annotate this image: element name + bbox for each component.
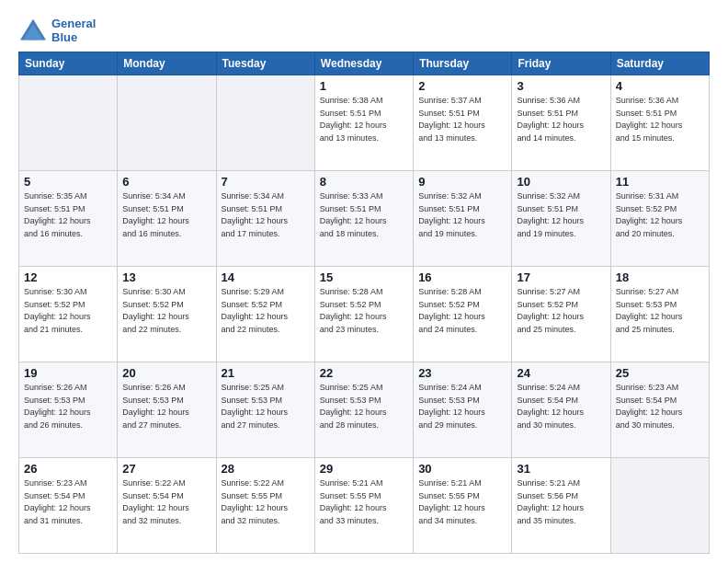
day-info-line: and 24 minutes. [418,324,506,337]
day-info-line: Daylight: 12 hours [517,311,605,324]
calendar-day-10: 10Sunrise: 5:32 AMSunset: 5:51 PMDayligh… [512,171,610,267]
day-info-line: Sunrise: 5:30 AM [122,286,210,299]
day-info: Sunrise: 5:25 AMSunset: 5:53 PMDaylight:… [320,382,408,431]
day-info-line: Sunrise: 5:36 AM [616,95,704,108]
day-info-line: and 15 minutes. [616,132,704,145]
day-info: Sunrise: 5:23 AMSunset: 5:54 PMDaylight:… [24,477,112,527]
day-info-line: Daylight: 12 hours [320,311,408,324]
calendar-day-25: 25Sunrise: 5:23 AMSunset: 5:54 PMDayligh… [610,362,709,458]
day-info-line: Sunrise: 5:21 AM [320,477,408,490]
calendar-day-9: 9Sunrise: 5:32 AMSunset: 5:51 PMDaylight… [414,171,512,267]
calendar-week-row: 26Sunrise: 5:23 AMSunset: 5:54 PMDayligh… [19,458,710,554]
day-info-line: Daylight: 12 hours [517,120,605,132]
day-info-line: and 17 minutes. [222,228,310,241]
day-info-line: Sunrise: 5:21 AM [517,477,605,490]
day-info-line: Sunrise: 5:32 AM [418,190,506,203]
day-info: Sunrise: 5:29 AMSunset: 5:52 PMDaylight:… [222,286,310,336]
day-info-line: Daylight: 12 hours [222,502,310,515]
day-info-line: Sunset: 5:55 PM [418,490,506,503]
day-info-line: Sunset: 5:54 PM [616,395,704,408]
day-info-line: and 25 minutes. [616,324,704,337]
day-number: 19 [24,366,112,380]
day-info-line: and 34 minutes. [418,515,506,528]
day-number: 23 [418,366,506,380]
day-info-line: Sunrise: 5:38 AM [320,95,408,108]
day-info-line: Sunrise: 5:33 AM [320,190,408,203]
day-info-line: Daylight: 12 hours [517,407,605,419]
day-info-line: and 33 minutes. [320,515,408,528]
day-info: Sunrise: 5:27 AMSunset: 5:52 PMDaylight:… [517,286,605,336]
day-info-line: and 23 minutes. [320,324,408,337]
page: General Blue SundayMondayTuesdayWednesda… [0,0,728,563]
day-info: Sunrise: 5:27 AMSunset: 5:53 PMDaylight:… [616,286,704,336]
day-number: 28 [222,462,310,476]
day-info-line: Sunset: 5:53 PM [24,395,112,408]
day-info-line: Sunset: 5:56 PM [517,490,605,503]
day-number: 16 [418,270,506,284]
calendar-day-8: 8Sunrise: 5:33 AMSunset: 5:51 PMDaylight… [314,171,413,267]
calendar-day-14: 14Sunrise: 5:29 AMSunset: 5:52 PMDayligh… [216,267,314,362]
calendar-day-21: 21Sunrise: 5:25 AMSunset: 5:53 PMDayligh… [216,362,314,458]
day-info-line: and 20 minutes. [616,228,704,241]
day-info-line: and 32 minutes. [122,515,210,528]
day-info: Sunrise: 5:30 AMSunset: 5:52 PMDaylight:… [24,286,112,336]
day-info-line: Sunrise: 5:35 AM [24,190,112,203]
calendar-day-27: 27Sunrise: 5:22 AMSunset: 5:54 PMDayligh… [118,458,216,554]
day-info-line: Sunset: 5:55 PM [222,490,310,503]
day-number: 7 [222,175,310,189]
weekday-header-tuesday: Tuesday [216,52,314,75]
day-info-line: Daylight: 12 hours [320,502,408,515]
day-info-line: and 30 minutes. [517,419,605,432]
day-number: 21 [222,366,310,380]
day-info-line: Sunrise: 5:34 AM [222,190,310,203]
day-info: Sunrise: 5:35 AMSunset: 5:51 PMDaylight:… [24,190,112,240]
day-number: 8 [320,175,408,189]
weekday-header-sunday: Sunday [19,52,118,75]
calendar-day-13: 13Sunrise: 5:30 AMSunset: 5:52 PMDayligh… [118,267,216,362]
day-number: 14 [222,270,310,284]
calendar-day-empty [610,458,709,554]
day-number: 9 [418,175,506,189]
day-info-line: Sunrise: 5:28 AM [418,286,506,299]
day-info-line: Sunset: 5:52 PM [616,203,704,216]
day-info-line: and 13 minutes. [320,132,408,145]
day-info-line: and 27 minutes. [122,419,210,432]
calendar-day-12: 12Sunrise: 5:30 AMSunset: 5:52 PMDayligh… [19,267,118,362]
calendar-day-24: 24Sunrise: 5:24 AMSunset: 5:54 PMDayligh… [512,362,610,458]
day-info-line: Sunrise: 5:30 AM [24,286,112,299]
calendar-day-4: 4Sunrise: 5:36 AMSunset: 5:51 PMDaylight… [610,75,709,171]
day-info: Sunrise: 5:24 AMSunset: 5:54 PMDaylight:… [517,382,605,431]
day-info-line: Daylight: 12 hours [616,311,704,324]
logo-text: General Blue [51,17,96,44]
calendar-day-6: 6Sunrise: 5:34 AMSunset: 5:51 PMDaylight… [118,171,216,267]
day-info-line: Daylight: 12 hours [24,407,112,419]
day-info-line: Sunset: 5:51 PM [320,203,408,216]
day-info: Sunrise: 5:33 AMSunset: 5:51 PMDaylight:… [320,190,408,240]
day-info-line: Sunrise: 5:25 AM [320,382,408,395]
day-info-line: Sunrise: 5:23 AM [616,382,704,395]
day-info-line: Sunrise: 5:25 AM [222,382,310,395]
day-info: Sunrise: 5:24 AMSunset: 5:53 PMDaylight:… [418,382,506,431]
day-info: Sunrise: 5:22 AMSunset: 5:54 PMDaylight:… [122,477,210,527]
calendar-day-22: 22Sunrise: 5:25 AMSunset: 5:53 PMDayligh… [314,362,413,458]
calendar-week-row: 1Sunrise: 5:38 AMSunset: 5:51 PMDaylight… [19,75,710,171]
day-number: 31 [517,462,605,476]
day-info-line: Sunset: 5:52 PM [24,299,112,312]
day-info: Sunrise: 5:32 AMSunset: 5:51 PMDaylight:… [418,190,506,240]
day-info-line: Sunset: 5:55 PM [320,490,408,503]
day-info-line: Sunset: 5:53 PM [320,395,408,408]
day-info-line: Sunset: 5:52 PM [517,299,605,312]
day-info-line: and 35 minutes. [517,515,605,528]
day-info-line: Sunset: 5:51 PM [616,108,704,121]
day-info-line: Sunset: 5:53 PM [122,395,210,408]
day-number: 24 [517,366,605,380]
calendar-day-2: 2Sunrise: 5:37 AMSunset: 5:51 PMDaylight… [414,75,512,171]
day-info-line: Daylight: 12 hours [222,215,310,228]
day-info-line: Daylight: 12 hours [616,407,704,419]
day-info-line: Sunrise: 5:34 AM [122,190,210,203]
day-number: 25 [616,366,704,380]
calendar-day-5: 5Sunrise: 5:35 AMSunset: 5:51 PMDaylight… [19,171,118,267]
day-number: 11 [616,175,704,189]
weekday-header-thursday: Thursday [414,52,512,75]
day-info-line: Sunset: 5:54 PM [122,490,210,503]
